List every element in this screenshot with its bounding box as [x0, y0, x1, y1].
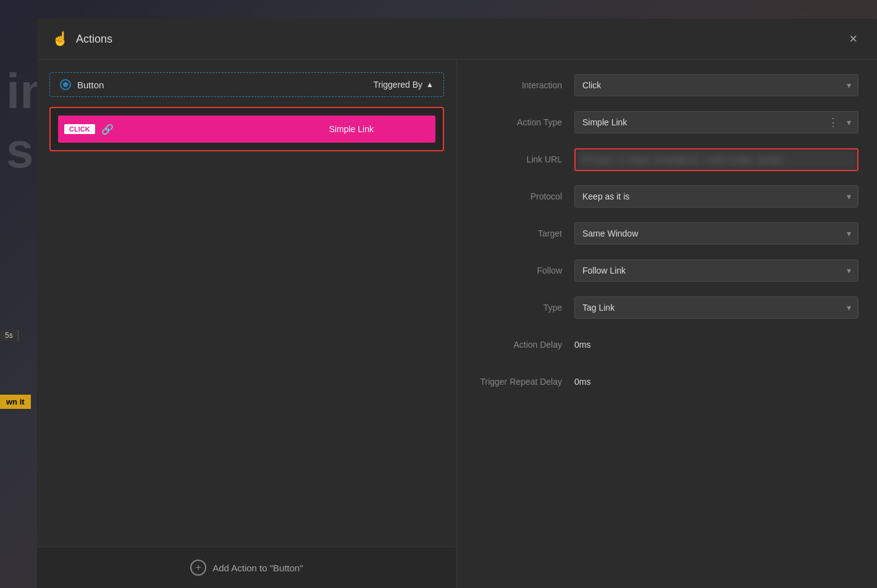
type-label: Type	[476, 303, 574, 313]
follow-label: Follow	[476, 266, 574, 275]
type-select[interactable]: Tag Link No Tag	[574, 296, 858, 319]
trigger-repeat-delay-value: 0ms	[574, 371, 590, 392]
target-row: Target Same Window New Window Parent Fra…	[476, 220, 858, 246]
action-badge: CLICK	[64, 124, 95, 134]
element-label: Button	[77, 80, 104, 90]
follow-select-wrapper[interactable]: Follow Link No Follow	[574, 259, 858, 282]
dialog-title: Actions	[76, 33, 112, 46]
actions-dialog: ☝ Actions × Button Triggered By ▲	[37, 19, 877, 588]
trigger-repeat-delay-row: Trigger Repeat Delay 0ms	[476, 369, 858, 395]
copy-action-button[interactable]: ⧉	[386, 119, 406, 139]
action-type-select-wrapper[interactable]: Simple Link Scroll To Toggle	[574, 111, 858, 133]
action-type-select[interactable]: Simple Link Scroll To Toggle	[574, 111, 858, 133]
chevron-up-icon: ▲	[426, 80, 434, 89]
link-url-input-wrapper[interactable]: https://www.example.com/some-page	[574, 148, 858, 171]
delete-action-button[interactable]: 🗑	[409, 119, 429, 139]
trigger-repeat-delay-control: 0ms	[574, 376, 858, 387]
add-action-bar[interactable]: + Add Action to "Button"	[37, 547, 456, 588]
triggered-by-bar[interactable]: Button Triggered By ▲	[49, 72, 444, 97]
dialog-header: ☝ Actions ×	[37, 19, 877, 60]
delete-icon: 🗑	[415, 124, 424, 134]
action-type-row: Action Type Simple Link Scroll To Toggle	[476, 109, 858, 135]
triggered-by-text: Triggered By	[373, 80, 422, 90]
copy-icon: ⧉	[393, 124, 399, 135]
yellow-label: wn it	[0, 395, 31, 409]
trigger-repeat-delay-label: Trigger Repeat Delay	[476, 377, 574, 387]
close-button[interactable]: ×	[844, 30, 862, 48]
protocol-select-wrapper[interactable]: Keep as it is http:// https://	[574, 185, 858, 208]
interaction-row: Interaction Click Hover Mouse Enter Mous…	[476, 72, 858, 98]
left-panel: Button Triggered By ▲ CLICK 🔗 Simple Lin…	[37, 60, 457, 588]
type-select-wrapper[interactable]: Tag Link No Tag	[574, 296, 858, 319]
link-url-display: https://www.example.com/some-page	[576, 149, 857, 170]
target-select[interactable]: Same Window New Window Parent Frame	[574, 222, 858, 245]
protocol-select[interactable]: Keep as it is http:// https://	[574, 185, 858, 208]
action-items-container: CLICK 🔗 Simple Link ⧉ 🗑	[49, 107, 444, 151]
action-item[interactable]: CLICK 🔗 Simple Link ⧉ 🗑	[58, 116, 435, 143]
link-url-label: Link URL	[476, 154, 574, 164]
action-delay-row: Action Delay 0ms	[476, 332, 858, 358]
plus-circle-icon: +	[190, 560, 206, 576]
follow-row: Follow Follow Link No Follow	[476, 258, 858, 284]
follow-select[interactable]: Follow Link No Follow	[574, 259, 858, 282]
dialog-body: Button Triggered By ▲ CLICK 🔗 Simple Lin…	[37, 60, 877, 588]
type-row: Type Tag Link No Tag	[476, 295, 858, 321]
radio-button[interactable]	[60, 79, 71, 90]
triggered-by-left: Button	[60, 79, 104, 90]
badge-5s: 5s	[0, 330, 19, 341]
dialog-header-left: ☝ Actions	[52, 31, 112, 47]
triggered-by-right[interactable]: Triggered By ▲	[373, 80, 434, 90]
target-label: Target	[476, 229, 574, 238]
target-select-wrapper[interactable]: Same Window New Window Parent Frame	[574, 222, 858, 245]
link-url-row: Link URL https://www.example.com/some-pa…	[476, 146, 858, 172]
action-type-label: Action Type	[476, 117, 574, 127]
actions-icon: ☝	[52, 31, 69, 47]
interaction-label: Interaction	[476, 80, 574, 90]
action-item-buttons: ⧉ 🗑	[386, 119, 429, 139]
protocol-label: Protocol	[476, 191, 574, 201]
action-delay-control: 0ms	[574, 339, 858, 350]
add-action-label: Add Action to "Button"	[212, 563, 303, 573]
interaction-select-wrapper[interactable]: Click Hover Mouse Enter Mouse Leave	[574, 74, 858, 96]
right-panel: Interaction Click Hover Mouse Enter Mous…	[457, 60, 877, 588]
action-delay-label: Action Delay	[476, 340, 574, 350]
link-icon: 🔗	[101, 124, 114, 135]
action-item-label: Simple Link	[120, 124, 374, 134]
action-delay-value: 0ms	[574, 334, 590, 355]
interaction-select[interactable]: Click Hover Mouse Enter Mouse Leave	[574, 74, 858, 96]
protocol-row: Protocol Keep as it is http:// https://	[476, 183, 858, 209]
